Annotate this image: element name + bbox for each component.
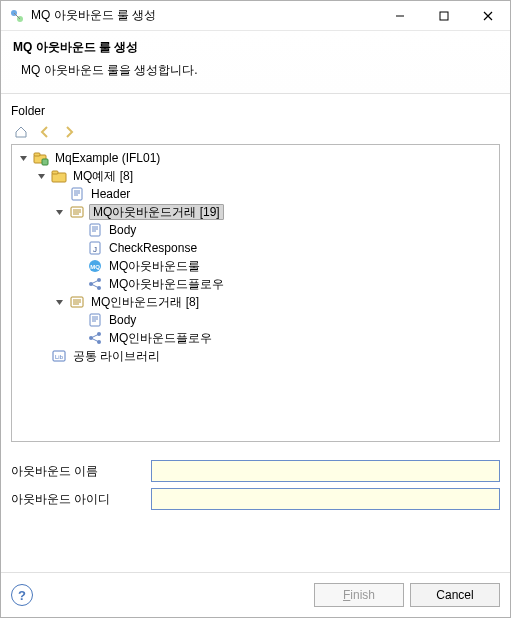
tree-node[interactable]: MQ예제 [8] (36, 167, 495, 185)
help-icon: ? (18, 588, 26, 603)
svg-rect-5 (42, 159, 48, 165)
tree-node-label: MqExample (IFL01) (53, 151, 162, 165)
outbound-name-input[interactable] (151, 460, 500, 482)
folder-label: Folder (11, 104, 500, 118)
tree-node[interactable]: JCheckResponse (72, 239, 495, 257)
svg-rect-8 (72, 188, 82, 200)
toggle-placeholder (72, 315, 83, 326)
svg-rect-7 (52, 171, 58, 174)
close-button[interactable] (466, 1, 510, 31)
finish-button[interactable]: Finish (314, 583, 404, 607)
flow-icon (87, 276, 103, 292)
js-file-icon: J (87, 240, 103, 256)
outbound-name-row: 아웃바운드 이름 (11, 460, 500, 482)
expand-toggle-open[interactable] (54, 297, 65, 308)
expand-toggle-open[interactable] (36, 171, 47, 182)
flow-icon (87, 330, 103, 346)
svg-text:J: J (93, 245, 97, 254)
window-title: MQ 아웃바운드 룰 생성 (31, 7, 378, 24)
tree-node[interactable]: Body (72, 221, 495, 239)
fields-area: 아웃바운드 이름 아웃바운드 아이디 (11, 460, 500, 516)
wizard-icon (9, 8, 25, 24)
tree-node-label: MQ인바운드플로우 (107, 330, 214, 347)
folder-tree[interactable]: MqExample (IFL01)MQ예제 [8]HeaderMQ아웃바운드거래… (11, 144, 500, 442)
tree-node-label: Body (107, 313, 138, 327)
wizard-header: MQ 아웃바운드 룰 생성 MQ 아웃바운드 룰을 생성합니다. (1, 31, 510, 94)
svg-rect-19 (90, 314, 100, 326)
toggle-placeholder (36, 351, 47, 362)
toggle-placeholder (72, 243, 83, 254)
minimize-icon (395, 11, 405, 21)
outbound-id-label: 아웃바운드 아이디 (11, 491, 151, 508)
cancel-button[interactable]: Cancel (410, 583, 500, 607)
help-button[interactable]: ? (11, 584, 33, 606)
tree-node-label: 공통 라이브러리 (71, 348, 162, 365)
tree-node-label: Body (107, 223, 138, 237)
wizard-title: MQ 아웃바운드 룰 생성 (13, 39, 498, 56)
file-icon (87, 312, 103, 328)
biz-folder-icon (51, 168, 67, 184)
tree-node-label: MQ아웃바운드룰 (107, 258, 202, 275)
back-icon[interactable] (37, 124, 53, 140)
tree-node[interactable]: Header (54, 185, 495, 203)
toggle-placeholder (54, 189, 65, 200)
wizard-subtitle: MQ 아웃바운드 룰을 생성합니다. (13, 62, 498, 79)
tree-node-label: MQ아웃바운드거래 [19] (89, 204, 224, 220)
tree-node-label: Header (89, 187, 132, 201)
toggle-placeholder (72, 225, 83, 236)
tree-node[interactable]: MQ아웃바운드거래 [19] (54, 203, 495, 221)
tree-node[interactable]: MQ아웃바운드플로우 (72, 275, 495, 293)
tree-node-label: MQ예제 [8] (71, 168, 135, 185)
expand-toggle-open[interactable] (54, 207, 65, 218)
outbound-id-input[interactable] (151, 488, 500, 510)
outbound-id-row: 아웃바운드 아이디 (11, 488, 500, 510)
wizard-body: Folder MqExample (IFL01)MQ예제 [8]HeaderMQ… (1, 94, 510, 572)
dialog-window: MQ 아웃바운드 룰 생성 MQ 아웃바운드 룰 생성 MQ 아웃바운드 룰을 … (0, 0, 511, 618)
toggle-placeholder (72, 279, 83, 290)
file-icon (69, 186, 85, 202)
home-icon[interactable] (13, 124, 29, 140)
maximize-icon (439, 11, 449, 21)
mq-rule-icon: MQ (87, 258, 103, 274)
minimize-button[interactable] (378, 1, 422, 31)
tree-node[interactable]: MqExample (IFL01) (18, 149, 495, 167)
maximize-button[interactable] (422, 1, 466, 31)
tree-node[interactable]: MQ인바운드플로우 (72, 329, 495, 347)
tree-node[interactable]: MQMQ아웃바운드룰 (72, 257, 495, 275)
toggle-placeholder (72, 333, 83, 344)
file-icon (87, 222, 103, 238)
tree-node[interactable]: MQ인바운드거래 [8] (54, 293, 495, 311)
tree-node[interactable]: Lib공통 라이브러리 (36, 347, 495, 365)
toggle-placeholder (72, 261, 83, 272)
tree-node-label: CheckResponse (107, 241, 199, 255)
svg-rect-10 (90, 224, 100, 236)
svg-text:Lib: Lib (55, 354, 64, 360)
dialog-footer: ? Finish Cancel (1, 572, 510, 617)
svg-rect-4 (34, 153, 40, 156)
folder-outline-icon (69, 294, 85, 310)
folder-outline-icon (69, 204, 85, 220)
titlebar: MQ 아웃바운드 룰 생성 (1, 1, 510, 31)
tree-node[interactable]: Body (72, 311, 495, 329)
svg-rect-2 (440, 12, 448, 20)
outbound-name-label: 아웃바운드 이름 (11, 463, 151, 480)
folder-toolbar (11, 120, 500, 144)
tree-node-label: MQ인바운드거래 [8] (89, 294, 201, 311)
close-icon (483, 11, 493, 21)
expand-toggle-open[interactable] (18, 153, 29, 164)
forward-icon[interactable] (61, 124, 77, 140)
project-icon (33, 150, 49, 166)
lib-icon: Lib (51, 348, 67, 364)
svg-text:MQ: MQ (90, 264, 100, 270)
tree-node-label: MQ아웃바운드플로우 (107, 276, 226, 293)
